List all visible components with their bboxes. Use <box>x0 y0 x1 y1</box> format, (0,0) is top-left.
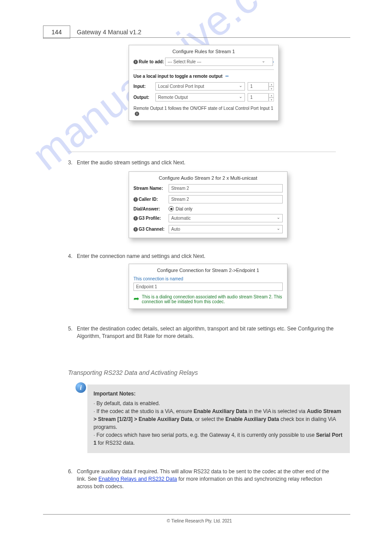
enabling-relays-link[interactable]: Enabling Relays and RS232 Data <box>98 476 177 482</box>
info-large-icon: i <box>76 382 86 393</box>
spinner-up-icon[interactable]: ▴ <box>269 82 274 87</box>
conn-name-input[interactable] <box>133 283 283 291</box>
g3-channel-select[interactable]: Auto <box>169 225 283 233</box>
rule-description: Remote Output 1 follows the ON/OFF state… <box>133 106 273 111</box>
conn-named-label: This connection is named <box>133 276 283 281</box>
g3-profile-label: G3 Profile: <box>139 216 161 221</box>
info-icon: i <box>135 112 139 116</box>
footer-divider <box>43 514 350 515</box>
output-label: Output: <box>133 95 155 100</box>
input-select[interactable]: Local Control Port Input <box>155 82 245 91</box>
input-label: Input: <box>133 84 155 89</box>
spinner-down-icon[interactable]: ▾ <box>269 87 274 91</box>
info-icon: i <box>133 60 138 64</box>
spinner-up-icon[interactable]: ▴ <box>269 93 274 98</box>
dial-answer-label: Dial/Answer: <box>133 207 169 211</box>
panel-stream-title: Configure Audio Stream 2 for 2 x Multi-u… <box>133 174 283 184</box>
stream-name-label: Stream Name: <box>133 186 169 191</box>
infobox-important-notes: Important Notes: · By default, data is e… <box>87 385 350 453</box>
caller-id-label: Caller ID: <box>139 197 158 202</box>
infobox-line3: · For codecs which have two serial ports… <box>94 431 344 447</box>
conn-description: This is a dialing connection associated … <box>142 294 283 304</box>
info-icon: i <box>133 197 138 202</box>
rule-to-add-label: Rule to add: <box>139 59 164 64</box>
step6-number: 6. <box>68 468 72 475</box>
stream-name-input[interactable] <box>169 184 283 192</box>
page-number: 144 <box>51 29 61 36</box>
panel-conn-title: Configure Connection for Stream 2->Endpo… <box>133 267 283 276</box>
step3-text: Enter the audio stream settings and clic… <box>77 159 336 167</box>
header-divider <box>43 37 350 38</box>
g3-profile-select[interactable]: Automatic <box>169 214 283 222</box>
rule-to-add-select[interactable]: --- Select Rule --- <box>165 58 273 66</box>
step4-number: 4. <box>68 253 72 260</box>
infobox-line1: · By default, data is enabled. <box>94 399 344 407</box>
spinner-down-icon[interactable]: ▾ <box>269 98 274 102</box>
panel-configure-rules: Configure Rules for Stream 1 i Rule to a… <box>129 45 279 121</box>
footer-copyright: © Tieline Research Pty. Ltd. 2021 <box>167 519 232 523</box>
subrule-title: Use a local input to toggle a remote out… <box>133 74 223 79</box>
panel-divider <box>133 69 274 70</box>
panel-configure-stream: Configure Audio Stream 2 for 2 x Multi-u… <box>129 171 288 238</box>
page-number-box: 144 <box>43 25 70 39</box>
infobox-line2: · If the codec at the studio is a ViA, e… <box>94 407 344 431</box>
forward-arrow-icon: ➦ <box>133 294 139 303</box>
info-icon: i <box>133 227 138 232</box>
panel-configure-connection: Configure Connection for Stream 2->Endpo… <box>129 264 288 309</box>
dial-answer-value: Dial only <box>176 207 192 211</box>
section-divider <box>68 152 336 152</box>
dial-only-radio[interactable] <box>169 206 174 211</box>
header-title: Gateway 4 Manual v1.2 <box>77 29 141 36</box>
output-select[interactable]: Remote Output <box>155 93 245 102</box>
caller-id-input[interactable] <box>169 195 283 203</box>
panel-rules-title: Configure Rules for Stream 1 <box>133 48 274 58</box>
step6-text: Configure auxiliary data if required. Th… <box>77 468 336 490</box>
g3-channel-label: G3 Channel: <box>139 227 165 232</box>
step3-number: 3. <box>68 159 72 167</box>
subheading-aux: Transporting RS232 Data and Activating R… <box>68 369 198 376</box>
step4-text: Enter the connection name and settings a… <box>77 253 336 260</box>
remove-rule-icon[interactable]: − <box>225 73 229 80</box>
infobox-title: Important Notes: <box>94 390 344 398</box>
step5-text: Enter the destination codec details, sel… <box>77 325 336 340</box>
step5-number: 5. <box>68 325 72 333</box>
info-icon: i <box>133 216 138 221</box>
